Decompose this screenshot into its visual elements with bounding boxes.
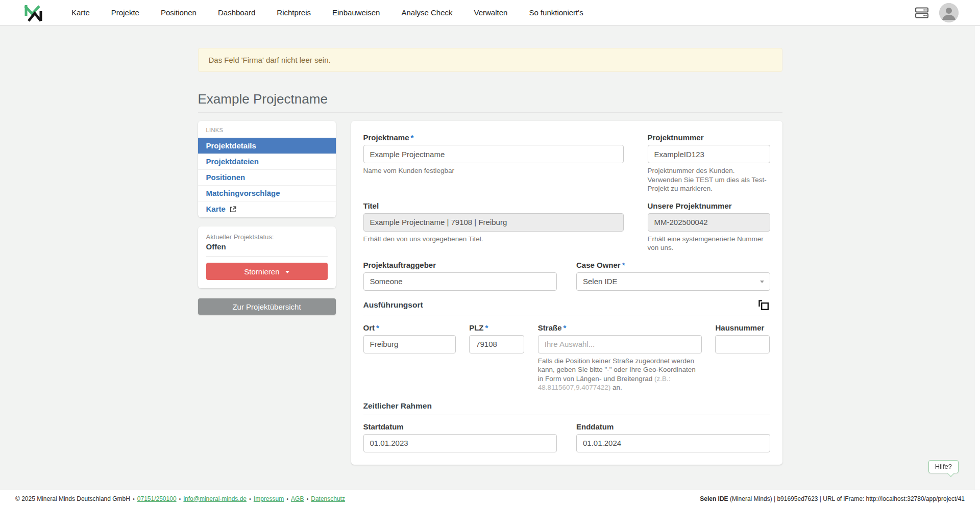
separator: • [286,496,288,502]
project-form-card: Projektname* Name vom Kunden festlegbar … [351,121,782,465]
ort-label: Ort* [363,323,456,332]
label-text: Projektname [363,133,409,142]
strasse-help: Falls die Position keiner Straße zugeord… [538,357,702,392]
footer-link-agb[interactable]: AGB [291,495,304,502]
copy-icon[interactable] [757,299,770,312]
nav-right [915,3,959,22]
case-owner-label: Case Owner* [576,261,770,269]
status-card: Aktueller Projektstatus: Offen Storniere… [198,226,336,288]
nav-item-analyse-check[interactable]: Analyse Check [401,8,452,17]
sidebar-item-label: Projektdetails [206,141,256,150]
sidebar-item-matchingvorschlaege[interactable]: Matchingvorschläge [198,185,336,201]
plz-input[interactable] [469,335,524,353]
top-nav: Karte Projekte Positionen Dashboard Rich… [0,0,980,26]
required-marker: * [376,323,379,332]
projektnummer-label: Projektnummer [648,133,770,142]
case-owner-select[interactable]: Selen IDE [576,272,770,291]
main-nav: Karte Projekte Positionen Dashboard Rich… [71,8,915,17]
nav-item-projekte[interactable]: Projekte [111,8,139,17]
page-title: Example Projectname [198,91,782,107]
sidebar-item-label: Karte [206,205,226,213]
footer-link-phone[interactable]: 07151/250100 [137,495,177,502]
external-link-icon [230,206,236,213]
plz-label: PLZ* [469,323,524,332]
sidebar-item-positionen[interactable]: Positionen [198,169,336,185]
footer-link-impressum[interactable]: Impressum [254,495,284,502]
hausnummer-label: Hausnummer [715,323,770,332]
titel-label: Titel [363,201,624,210]
field-strasse: Straße* Falls die Position keiner Straße… [538,323,702,392]
sidebar-item-label: Positionen [206,173,246,182]
projektnummer-input[interactable] [648,145,770,163]
field-case-owner: Case Owner* Selen IDE [576,261,770,291]
separator: • [249,496,251,502]
unsere-projektnummer-help: Erhält eine systemgenerierte Nummer von … [648,235,770,252]
sidebar-item-projektdateien[interactable]: Projektdateien [198,154,336,169]
hausnummer-input[interactable] [715,335,770,353]
nav-item-verwalten[interactable]: Verwalten [474,8,508,17]
label-text: Case Owner [576,261,621,269]
nav-item-so-funktionierts[interactable]: So funktioniert's [529,8,583,17]
required-marker: * [622,261,625,269]
validation-alert: Das Feld 'Firma' darf nicht leer sein. [198,48,782,72]
label-text: Straße [538,323,562,332]
footer-link-datenschutz[interactable]: Datenschutz [311,495,345,502]
label-text: Ort [363,323,375,332]
projektauftraggeber-label: Projektauftraggeber [363,261,557,269]
copyright-text: © 2025 Mineral Minds Deutschland GmbH [15,495,130,502]
strasse-help-suffix: an. [612,384,622,391]
links-card: LINKS Projektdetails Projektdateien Posi… [198,121,336,217]
footer-left: © 2025 Mineral Minds Deutschland GmbH•07… [15,495,345,502]
field-plz: PLZ* [469,323,524,392]
server-rack-icon[interactable] [915,7,929,19]
strasse-help-main: Falls die Position keiner Straße zugeord… [538,357,696,383]
nav-item-einbauweisen[interactable]: Einbauweisen [332,8,380,17]
field-ort: Ort* [363,323,456,392]
nav-item-richtpreis[interactable]: Richtpreis [277,8,311,17]
logo-icon [22,3,43,23]
footer-link-email[interactable]: info@mineral-minds.de [183,495,247,502]
ort-input[interactable] [363,335,456,353]
separator: • [179,496,181,502]
user-avatar-icon[interactable] [939,3,959,22]
enddatum-label: Enddatum [576,422,770,431]
startdatum-input[interactable] [363,434,557,452]
startdatum-label: Startdatum [363,422,557,431]
field-startdatum: Startdatum [363,422,557,452]
projektauftraggeber-input[interactable] [363,272,557,291]
zur-projektuebersicht-button[interactable]: Zur Projektübersicht [198,298,336,315]
titel-help: Erhält den von uns vorgegebenen Titel. [363,235,624,244]
status-value: Offen [206,242,328,251]
field-projektauftraggeber: Projektauftraggeber [363,261,557,291]
caret-down-icon [760,281,764,283]
divider [363,415,770,415]
stornieren-button[interactable]: Stornieren [206,263,328,280]
sidebar-item-karte[interactable]: Karte [198,201,336,217]
divider [206,256,328,257]
separator: • [133,496,135,502]
field-enddatum: Enddatum [576,422,770,452]
projektnummer-help: Projektnummer des Kunden. Verwenden Sie … [648,166,770,193]
field-unsere-projektnummer: Unsere Projektnummer Erhält eine systemg… [648,201,770,252]
scrollbar[interactable] [975,26,980,490]
enddatum-input[interactable] [576,434,770,452]
projektname-input[interactable] [363,145,624,163]
projektname-help: Name vom Kunden festlegbar [363,166,624,175]
separator: • [306,496,308,502]
sidebar: LINKS Projektdetails Projektdateien Posi… [198,121,336,315]
nav-item-positionen[interactable]: Positionen [161,8,197,17]
session-user: Selen IDE [700,495,728,502]
required-marker: * [485,323,488,332]
case-owner-selected-value: Selen IDE [583,277,618,286]
sidebar-item-projektdetails[interactable]: Projektdetails [198,138,336,154]
nav-item-dashboard[interactable]: Dashboard [218,8,255,17]
unsere-projektnummer-label: Unsere Projektnummer [648,201,770,210]
hilfe-button[interactable]: Hilfe? [928,460,959,473]
mineral-minds-logo[interactable] [22,3,43,23]
title-divider [198,112,782,113]
nav-item-karte[interactable]: Karte [71,8,90,17]
field-projektnummer: Projektnummer Projektnummer des Kunden. … [648,133,770,193]
footer: © 2025 Mineral Minds Deutschland GmbH•07… [0,490,980,507]
strasse-input[interactable] [538,335,702,353]
titel-input [363,213,624,232]
